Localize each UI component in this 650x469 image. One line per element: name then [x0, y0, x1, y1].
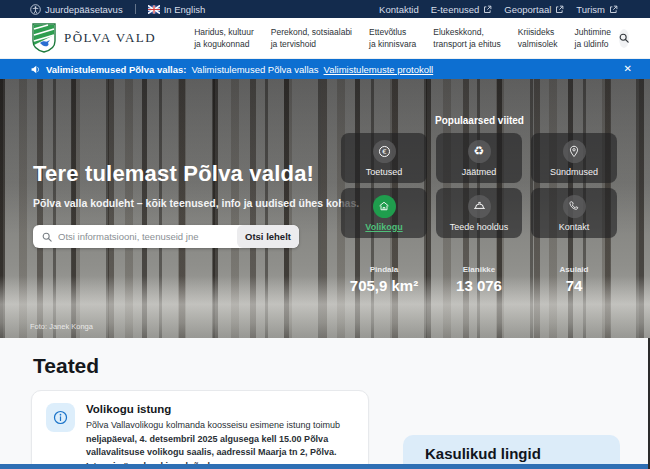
nav-item-perekond[interactable]: Perekond, sotsiaalabija tervishoid: [271, 26, 352, 51]
hero-search-input[interactable]: [52, 231, 237, 242]
house-icon: [373, 195, 396, 218]
topbar-link-kontaktid[interactable]: Kontaktid: [379, 4, 419, 15]
site-logo[interactable]: PÕLVA VALD: [32, 23, 156, 53]
announcement-title: Volikogu istung: [86, 403, 354, 415]
external-link-icon: [609, 5, 618, 14]
language-link[interactable]: In English: [148, 4, 206, 15]
nav-item-juhtimine[interactable]: Juhtimineja üldinfo: [575, 26, 611, 51]
hardhat-icon: [468, 195, 491, 218]
notification-title: Valimistulemused Põlva vallas:: [46, 64, 186, 75]
photo-credit: Foto: Janek Konga: [30, 322, 93, 331]
notification-link[interactable]: Valimistulemuste protokoll: [324, 64, 434, 75]
content-area: Teated Volikogu istung Põlva Vallavoliko…: [0, 338, 650, 469]
popular-links-grid: € Toetused ♻ Jäätmed Sündmused Volikogu: [341, 133, 618, 238]
topbar-link-turism[interactable]: Turism: [576, 4, 618, 15]
hero-subheading: Põlva valla koduleht – kõik teenused, in…: [33, 197, 359, 209]
stat-elanikke: Elanikke 13 076: [436, 265, 522, 294]
useful-links-title: Kasulikud lingid: [425, 445, 620, 462]
hero: Tere tulemast Põlva valda! Põlva valla k…: [0, 79, 650, 338]
tile-teede-hooldus[interactable]: Teede hooldus: [436, 188, 522, 238]
phone-icon: [563, 195, 586, 218]
nav-item-ettevotlus[interactable]: Ettevõtlusja kinnisvara: [369, 26, 416, 51]
bottom-strip: [0, 464, 650, 469]
search-icon: [619, 33, 629, 43]
notification-bar: Valimistulemused Põlva vallas: Valimistu…: [0, 59, 650, 79]
megaphone-icon: [30, 64, 41, 75]
tile-sundmused[interactable]: Sündmused: [531, 133, 617, 183]
language-label: In English: [164, 4, 206, 15]
hero-search-submit[interactable]: Otsi lehelt: [237, 225, 299, 248]
accessibility-label: Juurdepääsetavus: [45, 4, 123, 15]
topbar-divider: [135, 4, 136, 14]
accessibility-icon: [30, 4, 41, 15]
announcement-card[interactable]: Volikogu istung Põlva Vallavolikogu kolm…: [31, 390, 369, 469]
hero-heading: Tere tulemast Põlva valda!: [33, 161, 314, 187]
svg-text:€: €: [382, 147, 386, 155]
tile-volikogu[interactable]: Volikogu: [341, 188, 427, 238]
popular-links: Populaarsed viited € Toetused ♻ Jäätmed …: [341, 79, 618, 294]
nav-item-elukeskkond[interactable]: Elukeskkond,transport ja ehitus: [433, 26, 501, 51]
search-icon: [42, 232, 52, 242]
stat-asulaid: Asulaid 74: [531, 265, 617, 294]
coat-of-arms-icon: [32, 23, 56, 53]
location-pin-icon: [563, 140, 586, 163]
tile-kontakt[interactable]: Kontakt: [531, 188, 617, 238]
external-link-icon: [555, 5, 564, 14]
recycle-icon: ♻: [468, 140, 491, 163]
main-nav: Haridus, kultuurja kogukonnad Perekond, …: [194, 26, 611, 51]
stat-pindala: Pindala 705,9 km²: [341, 265, 427, 294]
nav-item-haridus[interactable]: Haridus, kultuurja kogukonnad: [194, 26, 254, 51]
tile-toetused[interactable]: € Toetused: [341, 133, 427, 183]
notification-text: Valimistulemused Põlva vallas: [191, 64, 318, 75]
utility-bar: Juurdepääsetavus In English Kontaktid E-…: [0, 0, 650, 18]
popular-links-title: Populaarsed viited: [341, 115, 618, 126]
info-icon: [46, 403, 75, 432]
hero-search: Otsi lehelt: [33, 225, 299, 248]
notification-close-button[interactable]: ✕: [618, 62, 638, 76]
euro-icon: €: [373, 140, 396, 163]
topbar-link-geoportaal[interactable]: Geoportaal: [504, 4, 564, 15]
tile-jaatmed[interactable]: ♻ Jäätmed: [436, 133, 522, 183]
section-title: Teated: [33, 354, 99, 378]
topbar-link-eteenused[interactable]: E-teenused: [431, 4, 493, 15]
header-search-button[interactable]: [619, 29, 629, 48]
announcement-body: Põlva Vallavolikogu kolmanda koosseisu e…: [86, 419, 354, 469]
site-name: PÕLVA VALD: [64, 30, 156, 46]
nav-item-kriisideks[interactable]: Kriisideksvalmisolek: [518, 26, 558, 51]
uk-flag-icon: [148, 5, 160, 14]
page: Juurdepääsetavus In English Kontaktid E-…: [0, 0, 650, 469]
site-header: PÕLVA VALD Haridus, kultuurja kogukonnad…: [0, 18, 650, 59]
accessibility-link[interactable]: Juurdepääsetavus: [30, 4, 123, 15]
municipality-stats: Pindala 705,9 km² Elanikke 13 076 Asulai…: [341, 265, 618, 294]
external-link-icon: [483, 5, 492, 14]
